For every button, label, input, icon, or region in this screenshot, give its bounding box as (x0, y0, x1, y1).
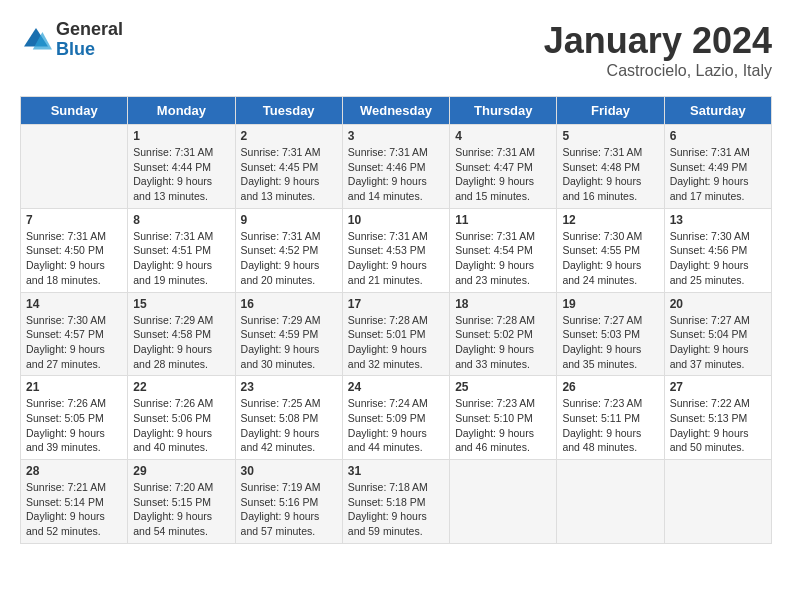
calendar-day-cell: 29Sunrise: 7:20 AMSunset: 5:15 PMDayligh… (128, 460, 235, 544)
calendar-day-cell: 21Sunrise: 7:26 AMSunset: 5:05 PMDayligh… (21, 376, 128, 460)
day-number: 7 (26, 213, 122, 227)
calendar-day-cell: 17Sunrise: 7:28 AMSunset: 5:01 PMDayligh… (342, 292, 449, 376)
day-number: 29 (133, 464, 229, 478)
day-number: 1 (133, 129, 229, 143)
day-info: Sunrise: 7:26 AMSunset: 5:05 PMDaylight:… (26, 396, 122, 455)
day-info: Sunrise: 7:28 AMSunset: 5:02 PMDaylight:… (455, 313, 551, 372)
logo-text: General Blue (56, 20, 123, 60)
calendar-day-cell: 11Sunrise: 7:31 AMSunset: 4:54 PMDayligh… (450, 208, 557, 292)
calendar-day-cell (557, 460, 664, 544)
calendar-header-cell: Sunday (21, 97, 128, 125)
day-number: 20 (670, 297, 766, 311)
day-info: Sunrise: 7:31 AMSunset: 4:49 PMDaylight:… (670, 145, 766, 204)
day-info: Sunrise: 7:23 AMSunset: 5:11 PMDaylight:… (562, 396, 658, 455)
calendar-week-row: 1Sunrise: 7:31 AMSunset: 4:44 PMDaylight… (21, 125, 772, 209)
day-info: Sunrise: 7:25 AMSunset: 5:08 PMDaylight:… (241, 396, 337, 455)
calendar-header-row: SundayMondayTuesdayWednesdayThursdayFrid… (21, 97, 772, 125)
calendar-day-cell: 3Sunrise: 7:31 AMSunset: 4:46 PMDaylight… (342, 125, 449, 209)
day-info: Sunrise: 7:31 AMSunset: 4:44 PMDaylight:… (133, 145, 229, 204)
calendar-day-cell (664, 460, 771, 544)
calendar-header-cell: Tuesday (235, 97, 342, 125)
day-info: Sunrise: 7:31 AMSunset: 4:54 PMDaylight:… (455, 229, 551, 288)
calendar-day-cell (21, 125, 128, 209)
day-number: 8 (133, 213, 229, 227)
calendar-day-cell: 13Sunrise: 7:30 AMSunset: 4:56 PMDayligh… (664, 208, 771, 292)
calendar-day-cell: 19Sunrise: 7:27 AMSunset: 5:03 PMDayligh… (557, 292, 664, 376)
day-info: Sunrise: 7:28 AMSunset: 5:01 PMDaylight:… (348, 313, 444, 372)
calendar-day-cell: 22Sunrise: 7:26 AMSunset: 5:06 PMDayligh… (128, 376, 235, 460)
title-block: January 2024 Castrocielo, Lazio, Italy (544, 20, 772, 80)
day-info: Sunrise: 7:31 AMSunset: 4:52 PMDaylight:… (241, 229, 337, 288)
calendar-header-cell: Saturday (664, 97, 771, 125)
day-number: 25 (455, 380, 551, 394)
day-info: Sunrise: 7:31 AMSunset: 4:46 PMDaylight:… (348, 145, 444, 204)
day-info: Sunrise: 7:30 AMSunset: 4:55 PMDaylight:… (562, 229, 658, 288)
day-info: Sunrise: 7:31 AMSunset: 4:51 PMDaylight:… (133, 229, 229, 288)
calendar-day-cell: 2Sunrise: 7:31 AMSunset: 4:45 PMDaylight… (235, 125, 342, 209)
day-number: 11 (455, 213, 551, 227)
day-info: Sunrise: 7:21 AMSunset: 5:14 PMDaylight:… (26, 480, 122, 539)
calendar-day-cell: 12Sunrise: 7:30 AMSunset: 4:55 PMDayligh… (557, 208, 664, 292)
calendar-week-row: 28Sunrise: 7:21 AMSunset: 5:14 PMDayligh… (21, 460, 772, 544)
day-number: 13 (670, 213, 766, 227)
calendar-day-cell: 20Sunrise: 7:27 AMSunset: 5:04 PMDayligh… (664, 292, 771, 376)
calendar-day-cell: 14Sunrise: 7:30 AMSunset: 4:57 PMDayligh… (21, 292, 128, 376)
calendar-day-cell: 7Sunrise: 7:31 AMSunset: 4:50 PMDaylight… (21, 208, 128, 292)
day-number: 27 (670, 380, 766, 394)
day-number: 3 (348, 129, 444, 143)
calendar-header-cell: Thursday (450, 97, 557, 125)
day-number: 26 (562, 380, 658, 394)
day-info: Sunrise: 7:31 AMSunset: 4:45 PMDaylight:… (241, 145, 337, 204)
logo: General Blue (20, 20, 123, 60)
calendar-day-cell: 18Sunrise: 7:28 AMSunset: 5:02 PMDayligh… (450, 292, 557, 376)
calendar-day-cell: 24Sunrise: 7:24 AMSunset: 5:09 PMDayligh… (342, 376, 449, 460)
calendar-day-cell: 25Sunrise: 7:23 AMSunset: 5:10 PMDayligh… (450, 376, 557, 460)
day-info: Sunrise: 7:31 AMSunset: 4:53 PMDaylight:… (348, 229, 444, 288)
calendar-day-cell: 15Sunrise: 7:29 AMSunset: 4:58 PMDayligh… (128, 292, 235, 376)
calendar-day-cell: 28Sunrise: 7:21 AMSunset: 5:14 PMDayligh… (21, 460, 128, 544)
calendar-day-cell: 9Sunrise: 7:31 AMSunset: 4:52 PMDaylight… (235, 208, 342, 292)
calendar-header-cell: Friday (557, 97, 664, 125)
day-number: 28 (26, 464, 122, 478)
day-info: Sunrise: 7:22 AMSunset: 5:13 PMDaylight:… (670, 396, 766, 455)
calendar-week-row: 14Sunrise: 7:30 AMSunset: 4:57 PMDayligh… (21, 292, 772, 376)
logo-blue: Blue (56, 40, 123, 60)
calendar-day-cell: 1Sunrise: 7:31 AMSunset: 4:44 PMDaylight… (128, 125, 235, 209)
day-number: 14 (26, 297, 122, 311)
day-number: 19 (562, 297, 658, 311)
day-info: Sunrise: 7:31 AMSunset: 4:50 PMDaylight:… (26, 229, 122, 288)
day-number: 24 (348, 380, 444, 394)
day-info: Sunrise: 7:19 AMSunset: 5:16 PMDaylight:… (241, 480, 337, 539)
day-number: 16 (241, 297, 337, 311)
day-info: Sunrise: 7:31 AMSunset: 4:48 PMDaylight:… (562, 145, 658, 204)
day-number: 30 (241, 464, 337, 478)
day-info: Sunrise: 7:30 AMSunset: 4:56 PMDaylight:… (670, 229, 766, 288)
logo-general: General (56, 20, 123, 40)
calendar-header-cell: Monday (128, 97, 235, 125)
day-info: Sunrise: 7:29 AMSunset: 4:59 PMDaylight:… (241, 313, 337, 372)
day-number: 10 (348, 213, 444, 227)
day-number: 12 (562, 213, 658, 227)
day-info: Sunrise: 7:30 AMSunset: 4:57 PMDaylight:… (26, 313, 122, 372)
calendar-body: 1Sunrise: 7:31 AMSunset: 4:44 PMDaylight… (21, 125, 772, 544)
calendar-day-cell: 6Sunrise: 7:31 AMSunset: 4:49 PMDaylight… (664, 125, 771, 209)
day-number: 2 (241, 129, 337, 143)
calendar-day-cell: 4Sunrise: 7:31 AMSunset: 4:47 PMDaylight… (450, 125, 557, 209)
day-info: Sunrise: 7:20 AMSunset: 5:15 PMDaylight:… (133, 480, 229, 539)
day-number: 9 (241, 213, 337, 227)
calendar-day-cell: 31Sunrise: 7:18 AMSunset: 5:18 PMDayligh… (342, 460, 449, 544)
day-number: 31 (348, 464, 444, 478)
month-title: January 2024 (544, 20, 772, 62)
calendar-day-cell: 16Sunrise: 7:29 AMSunset: 4:59 PMDayligh… (235, 292, 342, 376)
day-info: Sunrise: 7:18 AMSunset: 5:18 PMDaylight:… (348, 480, 444, 539)
day-number: 23 (241, 380, 337, 394)
day-number: 6 (670, 129, 766, 143)
calendar-day-cell: 27Sunrise: 7:22 AMSunset: 5:13 PMDayligh… (664, 376, 771, 460)
location-title: Castrocielo, Lazio, Italy (544, 62, 772, 80)
calendar-header-cell: Wednesday (342, 97, 449, 125)
calendar-day-cell: 5Sunrise: 7:31 AMSunset: 4:48 PMDaylight… (557, 125, 664, 209)
day-number: 18 (455, 297, 551, 311)
day-info: Sunrise: 7:23 AMSunset: 5:10 PMDaylight:… (455, 396, 551, 455)
day-number: 21 (26, 380, 122, 394)
day-info: Sunrise: 7:26 AMSunset: 5:06 PMDaylight:… (133, 396, 229, 455)
